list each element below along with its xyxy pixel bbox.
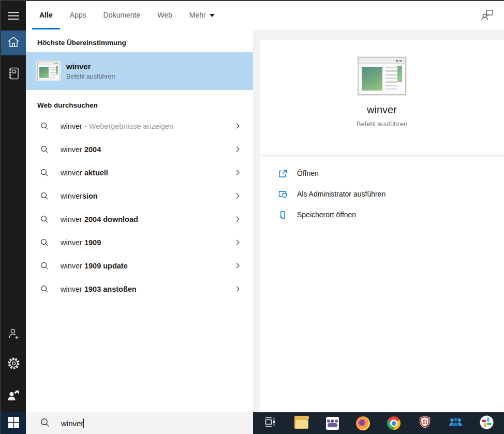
hamburger-icon [8, 11, 19, 22]
action-open-file-location[interactable]: Speicherort öffnen [278, 204, 504, 225]
chevron-right-icon[interactable] [234, 215, 242, 223]
menu-button[interactable] [1, 4, 26, 29]
file-explorer-button[interactable] [287, 412, 316, 434]
search-icon [40, 145, 49, 154]
action-open[interactable]: Öffnen [278, 163, 504, 184]
web-suggestion[interactable]: winver aktuell [26, 161, 253, 184]
person-feedback-icon [480, 16, 495, 24]
sidebar-item-home[interactable] [1, 31, 26, 55]
settings-gear-icon [7, 356, 21, 372]
chevron-right-icon[interactable] [234, 169, 242, 176]
search-icon [40, 191, 49, 200]
web-suggestion[interactable]: winver 2004 [26, 138, 253, 161]
web-suggestion[interactable]: winver 1909 [26, 231, 253, 254]
task-view-button[interactable] [256, 412, 285, 434]
person-arrow-icon [7, 389, 20, 405]
tab-dokumente[interactable]: Dokumente [96, 1, 148, 29]
tab-label: Alle [39, 11, 53, 19]
sidebar-item-add-account[interactable] [1, 322, 26, 347]
sidebar [1, 1, 26, 412]
suggestion-text: winver [61, 262, 84, 270]
slack-button[interactable] [472, 412, 501, 434]
taskbar [253, 412, 504, 434]
home-icon [7, 35, 20, 51]
taskbar-search-input[interactable]: winver [26, 412, 253, 434]
preview-panel: winver Befehl ausführen Öffnen Als Admin… [253, 29, 504, 412]
run-as-administrator-icon [278, 189, 288, 199]
contacts-people-icon [449, 415, 463, 431]
web-suggestion[interactable]: winver 1909 update [26, 254, 253, 277]
action-label: Öffnen [297, 169, 319, 177]
suggestion-text: winver [61, 215, 84, 223]
result-title: winver [66, 62, 115, 71]
feedback-button[interactable] [480, 8, 495, 23]
chevron-down-icon [210, 14, 215, 17]
contacts-app-button[interactable] [441, 412, 470, 434]
tab-apps[interactable]: Apps [63, 1, 94, 29]
suggestion-text: winver [61, 145, 84, 154]
tab-label: Dokumente [103, 11, 141, 19]
suggestion-text: winver [61, 169, 84, 177]
section-header-web: Web durchsuchen [26, 90, 253, 114]
text-caret [83, 418, 84, 428]
chevron-right-icon[interactable] [234, 238, 242, 246]
filter-tabbar: Alle Apps Dokumente Web Mehr [26, 1, 504, 29]
app-preview-card: winver Befehl ausführen [260, 40, 504, 154]
chevron-right-icon[interactable] [234, 262, 242, 270]
windows-logo-icon [8, 417, 19, 430]
teams-button[interactable] [318, 412, 347, 434]
action-label: Speicherort öffnen [297, 211, 356, 219]
tab-mehr[interactable]: Mehr [182, 1, 222, 29]
chevron-right-icon[interactable] [234, 192, 242, 200]
start-button[interactable] [1, 412, 26, 434]
app-subtitle: Befehl ausführen [357, 120, 407, 128]
suggestion-text: winver [61, 192, 82, 200]
firefox-icon [356, 416, 370, 430]
task-view-icon [264, 416, 277, 430]
chevron-right-icon[interactable] [234, 122, 242, 130]
sidebar-item-journal[interactable] [1, 62, 26, 87]
suggestion-text: winver [61, 238, 84, 247]
open-file-location-icon [278, 210, 288, 220]
web-suggestion[interactable]: winversion [26, 184, 253, 207]
search-icon [40, 122, 49, 130]
app-title: winver [367, 104, 397, 116]
section-header-top-match: Höchste Übereinstimmung [26, 29, 253, 52]
app-actions-card: Öffnen Als Administrator ausführen Speic… [260, 157, 504, 412]
search-icon [40, 417, 50, 429]
top-match-result[interactable]: winver Befehl ausführen [26, 52, 253, 90]
firefox-button[interactable] [349, 412, 378, 434]
winver-app-icon-large [358, 57, 406, 95]
chevron-right-icon[interactable] [234, 145, 242, 153]
security-shield-icon [418, 415, 432, 431]
search-query-text: winver [61, 419, 83, 428]
tab-label: Mehr [189, 11, 206, 19]
web-suggestion[interactable]: winver 2004 download [26, 207, 253, 231]
security-app-button[interactable] [410, 412, 439, 434]
journal-icon [7, 67, 20, 82]
search-flyout-window: Alle Apps Dokumente Web Mehr Höchste Übe… [0, 0, 504, 434]
suggestion-text: winver [61, 122, 82, 130]
tab-web[interactable]: Web [150, 1, 180, 29]
chrome-icon [387, 416, 401, 430]
add-user-icon [7, 327, 20, 342]
search-icon [40, 215, 49, 223]
web-suggestion-list: winver - Webergebnisse anzeigen winver 2… [26, 114, 253, 301]
winver-app-icon [37, 62, 60, 80]
search-icon [40, 285, 49, 293]
web-suggestion[interactable]: winver - Webergebnisse anzeigen [26, 114, 253, 138]
sidebar-item-feedback[interactable] [1, 384, 26, 409]
tab-alle[interactable]: Alle [32, 1, 60, 29]
chevron-right-icon[interactable] [234, 285, 242, 293]
search-icon [40, 261, 49, 270]
tab-label: Apps [70, 11, 86, 19]
action-run-as-administrator[interactable]: Als Administrator ausführen [278, 184, 504, 204]
suggestion-text: winver [61, 285, 84, 293]
open-icon [278, 169, 288, 178]
action-label: Als Administrator ausführen [297, 190, 386, 198]
results-panel: Höchste Übereinstimmung winver Befehl au… [26, 29, 253, 412]
chrome-button[interactable] [379, 412, 408, 434]
file-explorer-icon [294, 417, 308, 429]
sidebar-item-settings[interactable] [1, 352, 26, 377]
web-suggestion[interactable]: winver 1903 anstoßen [26, 277, 253, 301]
